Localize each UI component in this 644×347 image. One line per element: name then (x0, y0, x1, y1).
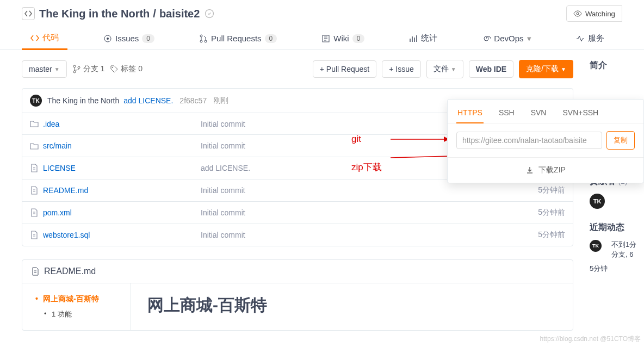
svg-point-1 (577, 13, 579, 15)
svg-point-6 (205, 40, 207, 42)
copy-button[interactable]: 复制 (606, 131, 635, 150)
file-commit-msg[interactable]: Initial commit (201, 186, 538, 195)
svg-point-11 (112, 67, 113, 68)
intro-title: 简介 (590, 60, 644, 71)
owner-link[interactable]: The King in the North (39, 8, 150, 20)
svg-point-8 (73, 65, 76, 67)
tab-code[interactable]: 代码 (22, 27, 67, 50)
clone-tab-https[interactable]: HTTPS (456, 105, 484, 123)
file-button[interactable]: 文件 ▼ (426, 60, 463, 78)
file-icon (30, 230, 39, 239)
file-time: 5分钟前 (538, 185, 565, 195)
repo-link[interactable]: baisite2 (159, 8, 200, 20)
readme-heading: 网上商城-百斯特 (147, 294, 267, 317)
pulls-count: 0 (265, 34, 277, 43)
contributor-avatar[interactable]: TK (590, 194, 605, 209)
tab-wiki[interactable]: Wiki 0 (313, 27, 373, 49)
clone-tab-svn[interactable]: SVN (530, 105, 548, 123)
download-icon (525, 166, 534, 175)
commit-time: 刚刚 (213, 96, 228, 106)
file-name[interactable]: .idea (43, 120, 201, 128)
file-icon (30, 163, 39, 172)
clone-url-input[interactable] (456, 132, 602, 149)
file-icon (31, 267, 40, 276)
devops-icon (482, 34, 491, 43)
avatar[interactable]: TK (30, 95, 42, 107)
tag-icon (110, 65, 119, 73)
code-icon (30, 34, 39, 42)
file-row[interactable]: webstore1.sqlInitial commit5分钟前 (22, 224, 573, 246)
file-time: 5分钟前 (538, 208, 565, 218)
download-zip-button[interactable]: 下载ZIP (448, 157, 643, 183)
activity-text: 5分钟 (590, 264, 608, 274)
file-row[interactable]: pom.xmlInitial commit5分钟前 (22, 202, 573, 224)
activity-avatar[interactable]: TK (590, 240, 602, 252)
folder-icon (30, 119, 39, 128)
tab-stats[interactable]: 统计 (400, 27, 446, 49)
toc-sub-item[interactable]: 1 功能 (35, 307, 126, 321)
new-issue-button[interactable]: + Issue (382, 60, 421, 78)
issues-count: 0 (142, 34, 154, 43)
branch-selector[interactable]: master ▼ (22, 60, 67, 78)
tags-info[interactable]: 标签 0 (110, 64, 143, 74)
file-name[interactable]: LICENSE (43, 164, 201, 172)
branch-icon (72, 65, 81, 73)
stats-icon (409, 34, 418, 43)
clone-tab-svnssh[interactable]: SVN+SSH (561, 105, 599, 123)
tab-services[interactable]: 服务 (567, 27, 613, 49)
repo-title: The King in the North / baisite2 (39, 8, 215, 20)
svg-point-4 (200, 35, 202, 37)
file-icon (30, 208, 39, 217)
clone-tab-ssh[interactable]: SSH (498, 105, 516, 123)
eye-icon (573, 9, 582, 18)
file-name[interactable]: README.md (43, 186, 201, 195)
branches-info[interactable]: 分支 1 (72, 64, 105, 74)
badge-icon (204, 8, 215, 19)
readme-header: README.md (22, 260, 573, 283)
file-commit-msg[interactable]: Initial commit (201, 231, 538, 239)
issues-icon (103, 34, 112, 43)
tab-issues[interactable]: Issues 0 (95, 27, 163, 49)
pull-request-icon (199, 34, 208, 43)
file-commit-msg[interactable]: Initial commit (201, 208, 538, 217)
repo-icon (22, 7, 35, 20)
file-name[interactable]: pom.xml (43, 208, 201, 217)
file-time: 5分钟前 (538, 230, 565, 240)
svg-point-3 (107, 38, 109, 40)
commit-author[interactable]: The King in the North (47, 96, 119, 105)
file-icon (30, 185, 39, 195)
web-ide-button[interactable]: Web IDE (469, 60, 514, 78)
file-name[interactable]: src/main (43, 141, 201, 150)
tab-devops[interactable]: DevOps ▾ (473, 27, 540, 49)
svg-point-9 (73, 71, 76, 73)
activity-title: 近期动态 (590, 222, 644, 233)
watching-button[interactable]: Watching (566, 5, 622, 22)
wiki-count: 0 (352, 34, 365, 43)
svg-point-5 (200, 40, 202, 42)
wiki-icon (321, 34, 330, 43)
commit-hash[interactable]: 2f68c57 (179, 96, 207, 105)
toc-item[interactable]: 网上商城-百斯特 (35, 292, 126, 307)
commit-message[interactable]: add LICENSE. (123, 96, 173, 105)
clone-download-button[interactable]: 克隆/下载 ▼ (519, 60, 573, 78)
activity-text: 不到1分 分支, 6 (611, 240, 636, 259)
new-pr-button[interactable]: + Pull Request (313, 60, 376, 78)
watermark: https://blog.csdn.net @51CTO博客 (540, 334, 641, 344)
clone-dropdown: HTTPS SSH SVN SVN+SSH 复制 下载ZIP (447, 99, 644, 183)
svg-point-10 (78, 66, 80, 69)
file-name[interactable]: webstore1.sql (43, 231, 201, 239)
services-icon (576, 34, 585, 43)
folder-icon (30, 141, 39, 150)
tab-pulls[interactable]: Pull Requests 0 (190, 27, 286, 49)
